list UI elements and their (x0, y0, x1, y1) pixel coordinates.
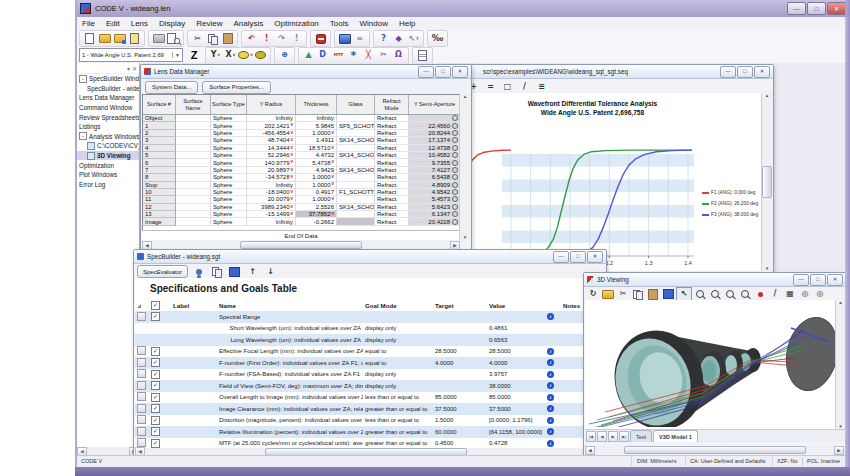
ldm-cell[interactable] (176, 137, 211, 144)
ldm-titlebar[interactable]: Lens Data Manager — □ ✕ (141, 65, 471, 79)
menu-display[interactable]: Display (159, 19, 185, 28)
row-handle-icon[interactable] (137, 346, 146, 355)
ldm-cell[interactable]: 10.4582 (409, 152, 461, 159)
spec-cell[interactable]: 0.4728 (487, 440, 545, 446)
illumination-icon[interactable]: Ω (391, 49, 406, 62)
spec-cell[interactable]: i (545, 348, 561, 355)
scroll-up-icon[interactable]: ▲ (765, 93, 769, 98)
info-icon[interactable]: i (547, 440, 554, 447)
ldm-cell[interactable] (176, 145, 211, 152)
spec-cell[interactable]: ✓ (149, 347, 171, 356)
menu-window[interactable]: Window (359, 19, 387, 28)
tree-item-specbuilder-widean[interactable]: SpecBuilder - widean (77, 84, 139, 94)
spec-cell[interactable]: i (545, 382, 561, 389)
ldm-cell[interactable]: Sphere (211, 211, 247, 218)
ldm-column-header[interactable]: Y Radius (247, 95, 296, 114)
ldm-cell[interactable]: Sphere (211, 196, 247, 203)
spec-row[interactable]: ✓F-number (First Order): individual valu… (135, 357, 596, 369)
ldm-cell[interactable]: 5.6423 (409, 204, 461, 211)
scroll-down-icon[interactable]: ▼ (765, 266, 769, 271)
info-icon[interactable]: i (547, 428, 554, 435)
ldm-cell[interactable]: Refract (375, 137, 409, 144)
spec-cell[interactable]: MTF (at 25.000 cycles/mm or cycles/afoca… (217, 440, 363, 446)
specbuilder-window[interactable]: SpecBuilder - wideang.sgt — □ ✕ SpecEval… (133, 249, 607, 455)
menu-help[interactable]: Help (399, 19, 415, 28)
spec-cell[interactable]: 28.5000 (487, 348, 545, 354)
ldm-column-header[interactable]: Thickness (296, 95, 337, 114)
ldm-cell[interactable]: Refract (375, 130, 409, 137)
ldm-cell[interactable] (176, 218, 211, 225)
refresh-icon[interactable]: ↻ (586, 288, 600, 301)
spec-row[interactable]: ✓Image Clearance (mm): individual values… (135, 403, 596, 415)
spec-cell[interactable]: i (545, 371, 561, 378)
plot-window-titlebar[interactable]: scr\spec\examples\WIDEANG\wideang_sqt_sg… (444, 65, 773, 79)
spec-cell[interactable]: Image Clearance (mm): individual values … (217, 406, 363, 412)
spec-cell[interactable]: F-number (First Order): individual value… (217, 360, 363, 366)
fields-yz-icon[interactable]: Yv (208, 49, 223, 62)
info-icon[interactable]: i (547, 348, 554, 355)
ldm-cell[interactable]: 22.4560 (409, 122, 461, 129)
ldm-cell[interactable]: 1.0000v (296, 174, 337, 181)
spec-cell[interactable]: 0.6563 (487, 337, 545, 343)
row-handle-icon[interactable] (137, 381, 146, 390)
menu-optimization[interactable]: Optimization (274, 19, 318, 28)
ldm-cell[interactable] (337, 145, 375, 152)
context-help-icon[interactable]: ↖? (406, 32, 421, 45)
ldm-cell[interactable]: Refract (375, 174, 409, 181)
spec-row[interactable]: Short Wavelength (um): individual values… (135, 323, 596, 335)
scroll-up-icon[interactable]: ▲ (838, 300, 842, 305)
row-checkbox[interactable]: ✓ (151, 370, 160, 379)
favorites-icon[interactable]: ◆ (391, 32, 406, 45)
row-handle-icon[interactable] (137, 369, 146, 378)
titlebar[interactable]: CODE V - wideang.len — □ ✕ (75, 0, 850, 18)
list-icon[interactable]: ≡ (534, 80, 549, 93)
spec-cell[interactable] (135, 392, 149, 402)
fan-aberration-icon[interactable]: D′ (316, 49, 331, 62)
ldm-cell[interactable]: 3 (143, 137, 176, 144)
tab-first-icon[interactable]: |◀ (586, 431, 596, 442)
close-icon[interactable]: ✕ (132, 65, 137, 72)
row-handle-icon[interactable] (137, 427, 146, 436)
ldm-cell[interactable]: Refract (375, 218, 409, 225)
ldm-cell[interactable]: 7 (143, 167, 176, 174)
ldm-cell[interactable] (337, 174, 375, 181)
report-list-icon[interactable] (415, 49, 430, 62)
ldm-cell[interactable]: Sphere (211, 152, 247, 159)
tree-item-optimization[interactable]: Optimization (77, 160, 139, 170)
ldm-cell[interactable]: 1.0000v (296, 182, 337, 189)
spec-cell[interactable]: ✓ (149, 427, 171, 436)
pen-icon[interactable]: / (768, 288, 782, 301)
spec-cell[interactable]: ✓ (149, 370, 171, 379)
ldm-vertical-scrollbar[interactable]: ▲ ▼ (459, 94, 470, 240)
spec-cell[interactable]: ✓ (149, 393, 171, 402)
ldm-cell[interactable] (337, 196, 375, 203)
ldm-cell[interactable]: 5.4573 (409, 196, 461, 203)
ldm-cell[interactable]: 2 (143, 130, 176, 137)
ldm-cell[interactable]: 37.7852v (296, 211, 337, 218)
spec-cell[interactable]: 60.0000 (433, 429, 487, 435)
ldm-cell[interactable] (409, 115, 461, 122)
zoom-dynamic-icon[interactable] (723, 288, 737, 301)
maximize-button[interactable]: □ (435, 66, 451, 78)
info-icon[interactable]: i (547, 405, 554, 412)
spec-cell[interactable]: 4.0000 (433, 360, 487, 366)
scroll-down-icon[interactable]: ▼ (463, 235, 467, 240)
spec-cell[interactable]: Relative Illumination (percent): individ… (217, 429, 363, 435)
info-icon[interactable]: i (547, 382, 554, 389)
ldm-cell[interactable]: 3989.2340v (247, 204, 296, 211)
close-button[interactable]: ✕ (452, 66, 468, 78)
spec-expand-header[interactable] (135, 302, 149, 309)
select-all-checkbox[interactable]: ✓ (151, 301, 160, 310)
ldm-cell[interactable]: 5.9845 (296, 122, 337, 129)
ldm-cell[interactable]: Sphere (211, 159, 247, 166)
ldm-cell[interactable] (176, 115, 211, 122)
tab-text[interactable]: Text (630, 430, 652, 442)
ldm-cell[interactable]: 0.4917 (296, 189, 337, 196)
row-checkbox[interactable]: ✓ (151, 416, 160, 425)
ldm-cell[interactable]: Sphere (211, 167, 247, 174)
ldm-cell[interactable]: Refract (375, 152, 409, 159)
ldm-cell[interactable]: Refract (375, 189, 409, 196)
ldm-cell[interactable]: Sphere (211, 137, 247, 144)
ring2-icon[interactable]: ◎ (813, 288, 827, 301)
spec-cell[interactable]: 0.4500 (433, 440, 487, 446)
